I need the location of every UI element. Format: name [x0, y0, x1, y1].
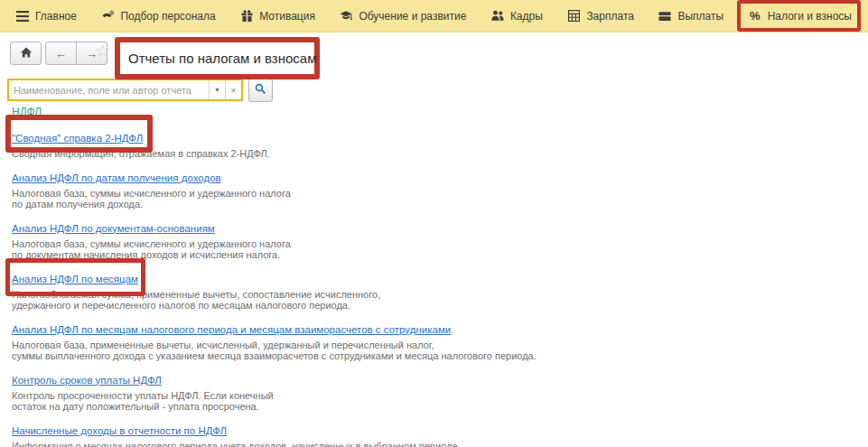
- home-icon: [20, 47, 33, 61]
- report-link-svodnaya-spravka-2ndfl[interactable]: "Сводная" справка 2-НДФЛ: [12, 132, 143, 144]
- report-description: суммы выплаченного дохода с указанием ме…: [12, 350, 868, 362]
- report-link-analiz-po-mesyacam-perioda[interactable]: Анализ НДФЛ по месяцам налогового период…: [12, 323, 451, 336]
- report-item: Анализ НДФЛ по месяцам Налогооблагаемая …: [12, 270, 868, 312]
- menu-item-label: Зарплата: [586, 10, 634, 23]
- menu-item-vyplaty[interactable]: Выплаты: [658, 10, 723, 23]
- wallet-icon: [658, 10, 671, 23]
- menu-item-label: Главное: [35, 10, 77, 23]
- clear-button[interactable]: ×: [225, 80, 241, 99]
- menu-item-motivaciya[interactable]: Мотивация: [240, 10, 315, 23]
- graduation-cap-icon: [340, 10, 352, 23]
- report-description: Налогооблагаемая сумма, примененные выче…: [12, 289, 868, 301]
- report-description: по датам получения дохода.: [12, 199, 868, 210]
- report-description: остаток на дату положительный - уплата п…: [12, 401, 868, 413]
- main-menu-bar: Главное Подбор персонала Мотивация Обуче…: [0, 0, 868, 33]
- report-link-nachislennye-dohody[interactable]: Начисленные доходы в отчетности по НДФЛ: [12, 424, 227, 437]
- menu-item-kadry[interactable]: Кадры: [491, 10, 543, 23]
- menu-item-label: Обучение и развитие: [359, 10, 466, 23]
- gift-icon: [240, 10, 253, 23]
- report-link-analiz-po-datam-polucheniya[interactable]: Анализ НДФЛ по датам получения доходов: [12, 172, 221, 184]
- report-description: Налоговая база, примененные вычеты, исчи…: [12, 340, 868, 351]
- report-description: удержанного и перечисленного налогов по …: [12, 300, 868, 312]
- report-item: Анализ НДФЛ по документам-основаниям Нал…: [12, 219, 868, 261]
- magnifier-icon: [255, 83, 266, 98]
- percent-icon: %: [749, 10, 761, 23]
- dropdown-button[interactable]: ▾: [209, 80, 225, 99]
- menu-item-label: Кадры: [510, 10, 543, 23]
- report-item: Анализ НДФЛ по месяцам налогового период…: [12, 321, 868, 362]
- menu-item-nalogi-i-vznosy[interactable]: % Налоги и взносы: [749, 10, 852, 23]
- search-input-wrapper: ▾ ×: [7, 79, 243, 101]
- report-item: Начисленные доходы в отчетности по НДФЛ …: [12, 422, 868, 447]
- section-header-ndfl: НДФЛ: [12, 106, 868, 118]
- menu-item-podbor-personala[interactable]: Подбор персонала: [101, 10, 215, 23]
- home-button[interactable]: [10, 42, 42, 65]
- chevron-down-icon: ▾: [215, 86, 219, 94]
- menu-item-glavnoe[interactable]: Главное: [16, 10, 77, 23]
- report-link-analiz-po-mesyacam[interactable]: Анализ НДФЛ по месяцам: [12, 273, 138, 285]
- report-description: Налоговая база, суммы исчисленного и уде…: [12, 238, 868, 250]
- report-description: Сводная информация, отражаемая в справка…: [12, 148, 868, 160]
- star-icon[interactable]: ☆: [95, 41, 110, 61]
- report-list: НДФЛ "Сводная" справка 2-НДФЛ Сводная ин…: [0, 103, 868, 447]
- menu-item-label: Мотивация: [259, 10, 315, 23]
- report-link-kontrol-srokov-uplaty[interactable]: Контроль сроков уплаты НДФЛ: [12, 374, 162, 386]
- report-item: "Сводная" справка 2-НДФЛ Сводная информа…: [12, 129, 868, 160]
- report-description: Контроль просроченности уплаты НДФЛ. Есл…: [12, 390, 868, 402]
- report-description: Информация о месяцах налогового периода …: [12, 441, 868, 447]
- back-button[interactable]: ←: [45, 42, 77, 65]
- search-input[interactable]: [9, 80, 209, 99]
- calculator-icon: [567, 10, 580, 23]
- search-row: ▾ ×: [7, 79, 868, 103]
- page-title: Отчеты по налогам и взносам: [128, 51, 317, 66]
- report-description: по документам начисления доходов и исчис…: [12, 249, 868, 261]
- report-item: Анализ НДФЛ по датам получения доходов Н…: [12, 169, 868, 210]
- report-link-analiz-po-dokumentam[interactable]: Анализ НДФЛ по документам-основаниям: [12, 222, 215, 235]
- search-button[interactable]: [248, 79, 273, 102]
- report-item: Контроль сроков уплаты НДФЛ Контроль про…: [12, 371, 868, 413]
- toolbar-row: ← → ☆ Отчеты по налогам и взносам: [0, 33, 868, 78]
- menu-item-obuchenie-i-razvitie[interactable]: Обучение и развитие: [340, 10, 466, 23]
- close-icon: ×: [230, 85, 236, 96]
- arrow-left-icon: ←: [55, 47, 67, 61]
- hamburger-icon: [16, 10, 29, 23]
- menu-item-zarplata[interactable]: Зарплата: [567, 10, 634, 23]
- people-icon: [491, 10, 504, 23]
- menu-item-label: Подбор персонала: [120, 10, 215, 23]
- phone-icon: [101, 10, 114, 23]
- menu-item-label: Выплаты: [677, 10, 723, 23]
- menu-item-label: Налоги и взносы: [768, 10, 852, 23]
- annotation-box-title: Отчеты по налогам и взносам: [115, 37, 320, 79]
- report-description: Налоговая база, суммы исчисленного и уде…: [12, 188, 868, 200]
